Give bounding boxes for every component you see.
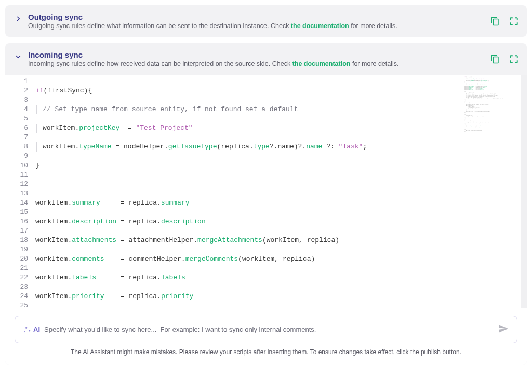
line-number: 17: [7, 226, 28, 236]
chevron-down-icon: [14, 52, 23, 61]
line-number: 6: [7, 124, 28, 133]
token: =: [96, 274, 128, 281]
line-number: 10: [7, 161, 28, 170]
outgoing-title-block: Outgoing sync Outgoing sync rules define…: [28, 12, 485, 30]
line-number: 24: [7, 292, 28, 301]
token: =: [100, 199, 129, 207]
code-editor[interactable]: 1 2 3 4 5 6 7 8 9 10 11 12 13 14 15 16 1…: [5, 75, 527, 308]
token: ;: [363, 143, 367, 151]
outgoing-sync-header[interactable]: Outgoing sync Outgoing sync rules define…: [5, 5, 527, 37]
token: workItem.: [35, 218, 72, 225]
token: workItem.: [35, 292, 72, 300]
line-number: 4: [7, 105, 28, 114]
token: labels: [72, 274, 96, 281]
line-number: 13: [7, 189, 28, 198]
token: priority: [72, 292, 104, 300]
token: // Set type name from source entity, if …: [43, 105, 298, 113]
outgoing-doc-link[interactable]: the documentation: [291, 22, 349, 30]
token: workItem.: [43, 124, 79, 132]
ai-section: AI The AI Assistant might make mistakes.…: [5, 308, 527, 362]
chevron-right-icon: [14, 14, 23, 23]
token: =: [104, 292, 129, 300]
line-number: 3: [7, 96, 28, 105]
incoming-actions: [490, 55, 518, 64]
ai-warning-text: The AI Assistant might make mistakes. Pl…: [15, 348, 517, 356]
token: attachmentHelper.: [128, 236, 197, 244]
incoming-desc-post: for more details.: [350, 60, 398, 67]
incoming-sync-header[interactable]: Incoming sync Incoming sync rules define…: [5, 43, 527, 75]
code-content[interactable]: if(firstSync){ // Set type name from sou…: [33, 75, 527, 308]
token: ?:: [322, 143, 338, 151]
line-number: 7: [7, 133, 28, 142]
token: typeName: [79, 143, 111, 151]
outgoing-desc-post: for more details.: [349, 22, 397, 30]
line-number: 8: [7, 142, 28, 152]
token: replica.: [128, 274, 161, 281]
token: = nodeHelper.: [112, 143, 168, 151]
line-number: 19: [7, 245, 28, 254]
token: summary: [72, 199, 100, 207]
token: comments: [72, 255, 104, 263]
token: ?.name)?.: [270, 143, 306, 151]
scrollbar[interactable]: [521, 75, 527, 308]
token: description: [161, 218, 206, 225]
token: (workItem, replica): [238, 255, 315, 263]
outgoing-actions: [490, 17, 518, 26]
token: =: [119, 124, 136, 132]
line-number: 22: [7, 273, 28, 282]
token: (replica.: [217, 143, 253, 151]
outgoing-title: Outgoing sync: [28, 12, 485, 21]
token: mergeComments: [185, 255, 238, 263]
token: attachments: [72, 236, 116, 244]
token: workItem.: [35, 255, 72, 263]
editor-body: 1 2 3 4 5 6 7 8 9 10 11 12 13 14 15 16 1…: [5, 75, 527, 365]
line-number: 12: [7, 180, 28, 189]
copy-icon[interactable]: [490, 55, 500, 64]
copy-icon[interactable]: [490, 17, 500, 26]
token: labels: [161, 274, 185, 281]
token: summary: [161, 199, 190, 207]
line-number: 2: [7, 86, 28, 96]
incoming-title: Incoming sync: [28, 50, 485, 59]
incoming-desc: Incoming sync rules define how received …: [28, 60, 485, 67]
token: replica.: [128, 292, 161, 300]
token: workItem.: [35, 199, 72, 207]
line-number: 20: [7, 254, 28, 264]
line-number: 11: [7, 170, 28, 180]
line-number: 5: [7, 114, 28, 124]
incoming-doc-link[interactable]: the documentation: [292, 60, 351, 67]
token: replica.: [128, 218, 161, 225]
outgoing-desc-pre: Outgoing sync rules define what informat…: [28, 22, 291, 30]
token: priority: [161, 292, 193, 300]
outgoing-sync-panel: Outgoing sync Outgoing sync rules define…: [5, 5, 527, 37]
token: commentHelper.: [128, 255, 185, 263]
token: (firstSync){: [44, 87, 92, 94]
token: =: [116, 236, 128, 244]
magic-wand-icon: [23, 326, 31, 333]
token: replica.: [128, 199, 161, 207]
outgoing-desc: Outgoing sync rules define what informat…: [28, 22, 485, 30]
token: }: [35, 161, 39, 169]
token: description: [72, 218, 116, 225]
token: mergeAttachments: [197, 236, 262, 244]
line-number: 16: [7, 217, 28, 226]
line-number: 1: [7, 77, 28, 86]
fullscreen-icon[interactable]: [509, 17, 518, 26]
line-number: 18: [7, 236, 28, 245]
line-number: 23: [7, 282, 28, 292]
token: projectKey: [79, 124, 119, 132]
token: workItem.: [35, 236, 72, 244]
incoming-desc-pre: Incoming sync rules define how received …: [28, 60, 292, 67]
incoming-title-block: Incoming sync Incoming sync rules define…: [28, 50, 485, 67]
token: =: [116, 218, 128, 225]
token: "Test Project": [136, 124, 192, 132]
ai-badge: AI: [23, 326, 40, 333]
ai-prompt-input[interactable]: [44, 326, 494, 333]
send-icon[interactable]: [498, 323, 509, 335]
fullscreen-icon[interactable]: [509, 55, 518, 64]
token: name: [306, 143, 322, 151]
token: workItem.: [43, 143, 79, 151]
line-number: 14: [7, 198, 28, 208]
token: =: [104, 255, 129, 263]
line-number: 21: [7, 264, 28, 273]
